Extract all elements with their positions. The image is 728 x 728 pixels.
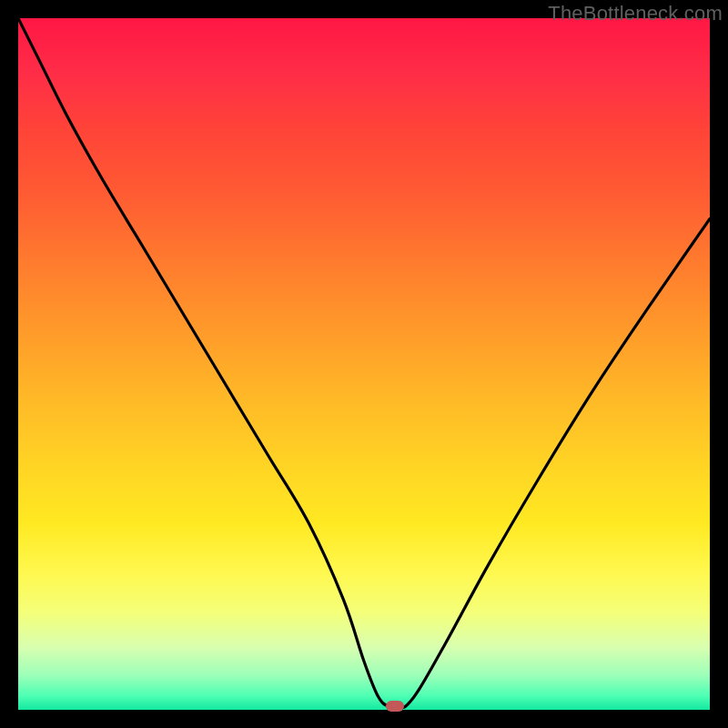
plot-background	[18, 18, 710, 710]
bottleneck-curve	[18, 18, 710, 710]
watermark-label: TheBottleneck.com	[548, 2, 723, 25]
vertex-marker	[386, 701, 404, 712]
chart-frame: TheBottleneck.com	[0, 0, 728, 728]
curve-path	[18, 18, 710, 708]
